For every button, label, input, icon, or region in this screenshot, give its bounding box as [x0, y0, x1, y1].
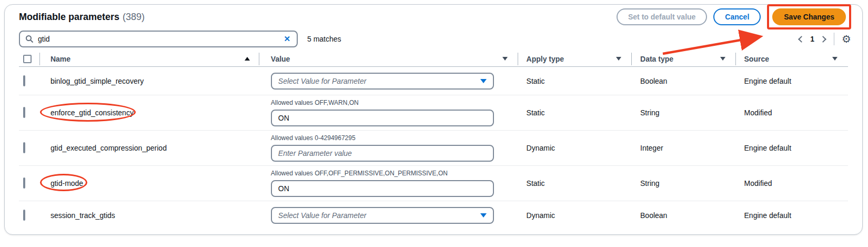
column-header-source[interactable]: Source [736, 51, 848, 66]
column-header-source-label: Source [744, 55, 769, 63]
row-checkbox[interactable] [23, 210, 25, 221]
data-type-column-filter-icon[interactable] [720, 57, 725, 61]
value-input[interactable]: Enter Parameter value [271, 145, 494, 162]
modifiable-parameters-panel: Modifiable parameters(389) Set to defaul… [4, 4, 863, 235]
column-header-value-label: Value [271, 55, 290, 63]
select-placeholder: Select Value for Parameter [278, 211, 367, 220]
set-to-default-button[interactable]: Set to default value [617, 8, 707, 25]
row-checkbox[interactable] [23, 75, 25, 86]
table-row: gtid-mode Allowed values OFF,OFF_PERMISS… [19, 165, 848, 201]
parameter-count: (389) [123, 12, 145, 22]
source-value: Engine default [736, 211, 848, 220]
panel-header: Modifiable parameters(389) Set to defaul… [5, 5, 862, 29]
column-header-data-type-label: Data type [640, 55, 673, 63]
row-checkbox[interactable] [23, 177, 25, 189]
select-all-header-cell [19, 51, 40, 66]
allowed-values-label: Allowed values OFF,WARN,ON [271, 99, 518, 106]
save-changes-button[interactable]: Save Changes [772, 8, 846, 25]
select-caret-icon [480, 79, 487, 83]
select-caret-icon [480, 213, 487, 218]
value-select[interactable]: Select Value for Parameter [271, 73, 494, 90]
source-column-filter-icon[interactable] [832, 57, 837, 61]
page-title-text: Modifiable parameters [19, 12, 119, 22]
save-button-highlight-box: Save Changes [767, 4, 851, 29]
data-type-value: Integer [632, 144, 736, 152]
next-page-icon[interactable] [820, 36, 826, 43]
page-title: Modifiable parameters(389) [19, 12, 145, 23]
search-input[interactable]: gtid ✕ [19, 31, 298, 47]
apply-type-value: Dynamic [518, 211, 632, 220]
select-all-checkbox[interactable] [23, 55, 32, 63]
cancel-button[interactable]: Cancel [713, 8, 761, 25]
apply-type-value: Static [518, 108, 632, 117]
source-value: Engine default [736, 77, 848, 85]
value-input[interactable]: ON [271, 110, 494, 126]
table-row: gtid_executed_compression_period Allowed… [19, 130, 848, 165]
parameter-name: enforce_gtid_consistency [40, 108, 259, 117]
search-icon [25, 35, 34, 43]
previous-page-icon[interactable] [798, 36, 805, 43]
table-row: session_track_gtids Select Value for Par… [19, 201, 848, 230]
filter-toolbar: gtid ✕ 5 matches 1 ⚙ [5, 31, 862, 47]
value-column-filter-icon[interactable] [502, 57, 508, 61]
column-header-apply-type-label: Apply type [527, 55, 564, 63]
column-header-data-type[interactable]: Data type [632, 51, 736, 66]
current-page-number[interactable]: 1 [810, 35, 814, 43]
apply-type-value: Dynamic [518, 144, 632, 152]
data-type-value: Boolean [632, 211, 736, 220]
allowed-values-label: Allowed values 0-4294967295 [271, 134, 518, 142]
parameter-name: gtid_executed_compression_period [40, 144, 259, 152]
value-input-placeholder: Enter Parameter value [278, 149, 352, 157]
row-checkbox[interactable] [23, 107, 25, 118]
value-input-text: ON [278, 184, 289, 193]
source-value: Modified [736, 179, 848, 187]
column-header-name[interactable]: Name [40, 51, 259, 66]
allowed-values-label: Allowed values OFF,OFF_PERMISSIVE,ON_PER… [271, 170, 518, 177]
parameter-name: gtid-mode [40, 179, 259, 187]
parameter-name: binlog_gtid_simple_recovery [40, 77, 259, 85]
value-select[interactable]: Select Value for Parameter [271, 207, 494, 224]
select-placeholder: Select Value for Parameter [278, 77, 367, 85]
table-row: enforce_gtid_consistency Allowed values … [19, 95, 848, 130]
match-count: 5 matches [307, 35, 341, 43]
apply-type-column-filter-icon[interactable] [616, 57, 621, 61]
table-header-row: Name Value Apply type Data type Source [19, 51, 848, 67]
apply-type-value: Static [518, 179, 632, 187]
row-checkbox[interactable] [23, 142, 25, 153]
source-value: Engine default [736, 144, 848, 152]
column-header-value[interactable]: Value [259, 51, 518, 66]
table-row: binlog_gtid_simple_recovery Select Value… [19, 67, 848, 95]
value-input[interactable]: ON [271, 180, 494, 197]
search-input-value: gtid [38, 35, 282, 43]
data-type-value: String [632, 108, 736, 117]
clear-search-icon[interactable]: ✕ [282, 34, 291, 44]
parameter-name: session_track_gtids [40, 211, 259, 220]
column-header-name-label: Name [51, 55, 70, 63]
source-value: Modified [736, 108, 848, 117]
data-type-value: Boolean [632, 77, 736, 85]
column-header-apply-type[interactable]: Apply type [518, 51, 632, 66]
data-type-value: String [632, 179, 736, 187]
gear-icon[interactable]: ⚙ [842, 34, 851, 44]
apply-type-value: Static [518, 77, 632, 85]
sort-ascending-icon[interactable] [245, 57, 250, 61]
toolbar-divider [834, 33, 834, 45]
value-input-text: ON [278, 114, 289, 122]
parameters-table: Name Value Apply type Data type Source [19, 51, 848, 230]
pagination: 1 ⚙ [799, 33, 851, 45]
